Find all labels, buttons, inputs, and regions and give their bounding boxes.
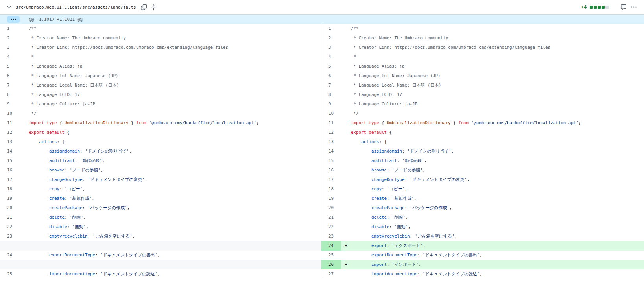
line-number-new[interactable]: 9 [321,100,341,109]
line-number-old[interactable]: 16 [0,166,20,175]
line-number-old[interactable]: 15 [0,156,20,166]
line-number-new[interactable]: 10 [321,109,341,118]
line-number-old[interactable]: 10 [0,109,20,118]
line-number-new[interactable]: 20 [321,203,341,213]
code-text: export: 'エクスポート', [351,243,426,248]
line-number-new[interactable]: 22 [321,222,341,232]
code-text: createPackage: 'パッケージの作成', [351,205,452,210]
line-number-old[interactable]: 6 [0,71,20,81]
line-number-old[interactable]: 20 [0,203,20,213]
line-number-new[interactable]: 18 [321,184,341,194]
code-cell-old: disable: '無効', [20,222,321,232]
diff-row-context: 21 delete: '削除',21 delete: '削除', [0,213,644,222]
line-number-old[interactable]: 1 [0,24,20,33]
line-number-new[interactable]: 6 [321,71,341,81]
line-number-new[interactable]: 15 [321,156,341,166]
line-number-old[interactable]: 14 [0,147,20,156]
diff-row-context: 1/**1/** [0,24,644,33]
code-cell-new: * Language Alias: ja [341,62,644,71]
code-text: disable: '無効', [351,224,411,229]
line-number-old[interactable]: 23 [0,232,20,241]
line-number-new[interactable]: 5 [321,62,341,71]
line-number-new[interactable]: 4 [321,52,341,62]
code-text: create: '新規作成', [351,196,417,201]
diff-row-context: 11import type { UmbLocalizationDictionar… [0,118,644,128]
hunk-header-text: @@ -1,1017 +1,1021 @@ [29,17,83,22]
diffstat-added-count: +4 [581,4,587,10]
line-number-old[interactable]: 5 [0,62,20,71]
line-number-new[interactable]: 23 [321,232,341,241]
collapse-file-button[interactable] [6,4,13,11]
line-number-old[interactable]: 11 [0,118,20,128]
code-cell-old [20,241,321,251]
line-number-new[interactable]: 3 [321,43,341,52]
line-number-new[interactable]: 14 [321,147,341,156]
line-number-new[interactable]: 16 [321,166,341,175]
line-number-old[interactable]: 8 [0,90,20,100]
code-text: */ [29,111,37,116]
line-number-new[interactable]: 7 [321,81,341,90]
line-number-old[interactable]: 24 [0,251,20,260]
line-number-new[interactable]: 11 [321,118,341,128]
line-number-old[interactable]: 21 [0,213,20,222]
line-number-new[interactable]: 21 [321,213,341,222]
expand-hunk-button[interactable] [7,16,20,23]
code-text: /** [29,26,37,31]
code-cell-new: browse: 'ノードの参照', [341,166,644,175]
code-cell-old: delete: '削除', [20,213,321,222]
line-number-old[interactable]: 12 [0,128,20,137]
line-number-old[interactable]: 25 [0,269,20,279]
copy-path-button[interactable] [140,4,148,11]
code-text: disable: '無効', [29,224,89,229]
code-text: * Language Alias: ja [351,64,405,69]
diff-split-view: 1/**1/**2 * Creator Name: The Umbraco co… [0,24,644,279]
file-options-menu-button[interactable] [630,3,638,11]
collapse-expanded-lines-button[interactable] [150,4,157,11]
line-number-new[interactable]: 25 [321,251,341,260]
line-number-old[interactable]: 4 [0,52,20,62]
code-text: * Language Int Name: Japanese (JP) [351,73,441,78]
diffstat-block-added [594,6,597,9]
code-text: */ [351,111,359,116]
line-number-old[interactable]: 7 [0,81,20,90]
line-number-new[interactable]: 13 [321,137,341,147]
line-number-old[interactable]: 3 [0,43,20,52]
code-text: importdocumenttype: 'ドキュメントタイプの読込', [351,271,482,276]
line-number-new[interactable]: 1 [321,24,341,33]
code-cell-old: * Language Local Name: 日本語 (日本) [20,81,321,90]
line-number-new[interactable]: 17 [321,175,341,184]
diff-row-context: 12export default {12export default { [0,128,644,137]
code-cell-new: * Language Int Name: Japanese (JP) [341,71,644,81]
code-cell-old: importdocumenttype: 'ドキュメントタイプの読込', [20,269,321,279]
comment-button[interactable] [620,3,627,11]
code-cell-new: importdocumenttype: 'ドキュメントタイプの読込', [341,269,644,279]
line-number-new[interactable]: 12 [321,128,341,137]
diff-row-context: 15 auditTrail: '動作記録',15 auditTrail: '動作… [0,156,644,166]
line-number-old[interactable]: 22 [0,222,20,232]
line-number-new[interactable]: 19 [321,194,341,203]
line-number-old[interactable]: 18 [0,184,20,194]
code-cell-old [20,260,321,269]
line-number-new[interactable]: 24 [321,241,341,251]
line-number-old[interactable]: 17 [0,175,20,184]
code-text: emptyrecyclebin: 'ごみ箱を空にする', [351,234,457,239]
diff-row-context: 2 * Creator Name: The Umbraco community2… [0,33,644,43]
line-number-new[interactable]: 26 [321,260,341,269]
code-cell-old: * Creator Link: https://docs.umbraco.com… [20,43,321,52]
line-number-old[interactable]: 2 [0,33,20,43]
line-number-new[interactable]: 2 [321,33,341,43]
line-number-new[interactable]: 8 [321,90,341,100]
line-number-old[interactable]: 13 [0,137,20,147]
code-cell-new: createPackage: 'パッケージの作成', [341,203,644,213]
code-text: /** [351,26,359,31]
diff-row-context: 23 emptyrecyclebin: 'ごみ箱を空にする',23 emptyr… [0,232,644,241]
line-number-new[interactable]: 27 [321,269,341,279]
line-number-old[interactable]: 9 [0,100,20,109]
diffstat-blocks [590,6,609,9]
code-text: * Language Culture: ja-JP [29,101,95,107]
code-cell-new: actions: { [341,137,644,147]
file-path: src/Umbraco.Web.UI.Client/src/assets/lan… [16,5,136,10]
diff-row-context: 16 browse: 'ノードの参照',16 browse: 'ノードの参照', [0,166,644,175]
line-number-old[interactable]: 19 [0,194,20,203]
code-text: changeDocType: 'ドキュメントタイプの変更', [351,177,469,182]
